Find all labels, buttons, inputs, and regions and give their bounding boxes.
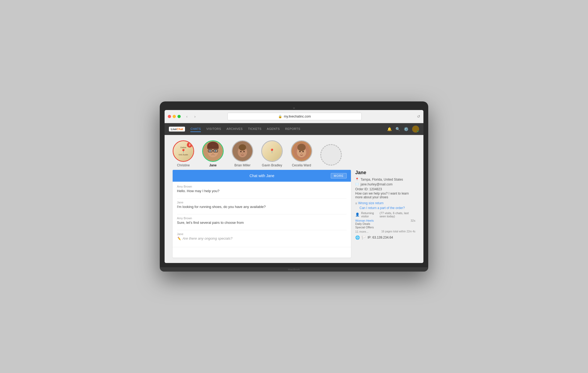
user-avatar[interactable] [412,126,419,133]
nav-links: CHATS VISITORS ARCHIVES TICKETS AGENTS R… [190,126,387,132]
chat-panel: Chat with Jane MORE Amy Brown Hello. How… [173,170,351,258]
avatar-item-brian[interactable]: Brian Miller [232,140,253,167]
ip-address: IP: 63.139.234.64 [368,236,393,239]
svg-point-7 [215,150,216,152]
returning-visits: (77 visits, 6 chats, last seen today) [380,211,415,218]
close-dot[interactable] [168,115,171,118]
location-icon: 📍 [355,178,359,181]
page-link-woman-heels[interactable]: Woman Heels [355,219,374,222]
flag-icon-1: 🌐 [355,235,360,240]
forward-button[interactable]: › [191,113,198,120]
avatar-item-christine[interactable]: Dallas 📍 KAS Austin 3 Christine [173,140,194,167]
back-button[interactable]: ‹ [183,113,190,120]
svg-point-13 [243,151,245,152]
returning-visitor-badge: 👤 Returning visitor (77 visits, 6 chats,… [355,211,415,218]
svg-point-14 [242,153,243,153]
avatar-item-cecelia[interactable]: Cecelia Ward [291,140,312,167]
nav-visitors[interactable]: VISITORS [206,126,221,132]
chat-badge-christine: 3 [187,142,192,148]
chat-header: Chat with Jane MORE [173,170,351,182]
svg-rect-2 [207,146,219,149]
message-group-3: Amy Brown Sure, let's find several pairs… [177,217,347,225]
typing-text: Are there any ongoing specials? [183,236,233,241]
info-sidebar: Jane 📍 Tampa, Florida, United States ✉️ … [351,170,415,258]
chat-avatars-row: Dallas 📍 KAS Austin 3 Christine [165,135,423,170]
notifications-icon[interactable]: 🔔 [387,127,392,131]
livechat-logo: LiveChat [169,127,185,131]
main-content: Dallas 📍 KAS Austin 3 Christine [165,135,423,263]
sidebar-visitor-name: Jane [355,170,415,175]
url-text: my.livechatinc.com [284,115,311,118]
message-group-4: Jane ✏️ Are there any ongoing specials? [177,232,347,241]
more-pages-text: 11 more... [355,230,369,233]
avatar-item-jane[interactable]: Jane [202,140,224,167]
chat-input-area [173,247,351,258]
pages-total-text: 16 pages total within 22m 4s [381,230,415,233]
returning-icon: 👤 [355,213,360,217]
avatar-empty [320,144,342,166]
search-icon[interactable]: 🔍 [395,127,400,131]
nav-icons: 🔔 🔍 ⚙️ [387,126,419,133]
svg-point-12 [240,151,242,152]
message-sender-1: Amy Brown [177,185,347,188]
address-bar[interactable]: 🔒 my.livechatinc.com [227,113,362,120]
maximize-dot[interactable] [177,115,181,118]
sidebar-order: Order ID: 1204823 [355,187,415,191]
browser-dots [168,115,181,118]
minimize-dot[interactable] [173,115,176,118]
svg-point-17 [297,144,306,151]
nav-archives[interactable]: ARCHIVES [227,126,243,132]
message-group-1: Amy Brown Hello. How may I help you? [177,185,347,193]
sidebar-location: Tampa, Florida, United States [361,178,403,181]
sidebar-link-2[interactable]: Can I return a part of the order? [360,206,415,210]
avatar-name-jane: Jane [209,163,216,167]
chat-messages: Amy Brown Hello. How may I help you? Jan… [173,182,351,247]
link-icon-1: ≡ [355,202,357,205]
nav-reports[interactable]: REPORTS [285,126,300,132]
svg-point-18 [299,151,301,152]
svg-point-6 [209,150,211,152]
divider-2 [177,214,347,214]
divider-3 [177,230,347,230]
message-sender-3: Amy Brown [177,217,347,220]
nav-chats[interactable]: CHATS [190,126,201,132]
online-status-dot [417,130,419,133]
message-text-4: ✏️ Are there any ongoing specials? [177,236,347,241]
avatar-name-gavin: Gavin Bradley [262,163,282,167]
sidebar-question: How can we help you? I want to learn mor… [355,192,415,199]
avatar-jane [202,140,224,162]
page-daily-deals: Daily Deals [355,222,415,225]
avatar-cecelia [291,140,312,162]
sidebar-link-1[interactable]: Wrong size return [358,201,383,205]
avatar-item-gavin[interactable]: 📍 Gavin Bradley [261,140,283,167]
page-special-offers: Special Offers [355,226,415,229]
avatar-item-empty [320,144,342,167]
nav-agents[interactable]: AGENTS [267,126,280,132]
message-group-2: Jane I'm looking for running shoes, do y… [177,201,347,209]
svg-point-8 [212,152,214,153]
app-navigation: LiveChat CHATS VISITORS ARCHIVES TICKETS… [165,123,423,135]
typing-icon: ✏️ [177,236,181,241]
chat-and-sidebar: Chat with Jane MORE Amy Brown Hello. How… [165,170,423,263]
nav-tickets[interactable]: TICKETS [248,126,262,132]
browser-nav: ‹ › [183,113,198,120]
sidebar-email: jane.hurley@mail.com [361,182,393,186]
message-text-1: Hello. How may I help you? [177,189,347,193]
returning-label: Returning visitor [361,211,378,218]
avatar-name-brian: Brian Miller [234,163,251,167]
email-icon: ✉️ [355,182,359,186]
chat-input-field[interactable] [177,250,347,254]
lock-icon: 🔒 [278,115,282,118]
settings-icon[interactable]: ⚙️ [404,127,408,131]
divider-1 [177,198,347,199]
message-sender-2: Jane [177,201,347,204]
svg-point-19 [302,151,304,152]
reload-button[interactable]: ↺ [417,114,420,119]
sidebar-email-row: ✉️ jane.hurley@mail.com [355,182,415,186]
more-button[interactable]: MORE [331,173,347,178]
sidebar-links-section: ≡ Wrong size return Can I return a part … [355,201,415,210]
browser-chrome: ‹ › 🔒 my.livechatinc.com ↺ [165,110,423,123]
message-text-2: I'm looking for running shoes, do you ha… [177,204,347,209]
time-woman-heels: 32s [411,219,415,222]
svg-point-11 [239,144,246,150]
